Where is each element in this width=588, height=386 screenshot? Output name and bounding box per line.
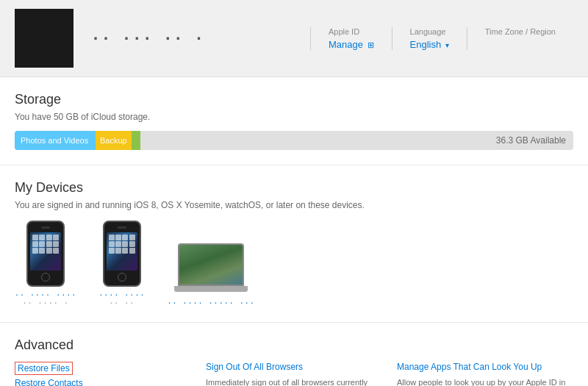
storage-section: Storage You have 50 GB of iCloud storage…: [0, 77, 588, 165]
manage-apps-title[interactable]: Manage Apps That Can Look You Up: [397, 362, 566, 372]
advanced-section: Advanced Restore Files Restore Contacts …: [0, 323, 588, 386]
manage-link[interactable]: Manage: [329, 39, 363, 50]
manage-apps-desc: Allow people to look you up by your Appl…: [397, 376, 566, 386]
language-value[interactable]: English ▾: [410, 39, 449, 50]
iphone-shape-0: [26, 221, 65, 287]
manage-icon: ⊞: [368, 40, 374, 49]
iphone-screen-0: [30, 232, 61, 271]
device-item-2[interactable]: ·· ···· ····· ···: [167, 243, 254, 307]
sign-out-browsers-title[interactable]: Sign Out Of All Browsers: [206, 362, 375, 372]
main-content: Storage You have 50 GB of iCloud storage…: [0, 77, 588, 386]
macbook-shape: [174, 243, 248, 295]
advanced-title: Advanced: [15, 337, 573, 353]
storage-available-label: 36.3 GB Available: [496, 135, 566, 146]
advanced-grid: Restore Files Restore Contacts Restore C…: [15, 362, 573, 386]
devices-subtitle: You are signed in and running iOS 8, OS …: [15, 200, 573, 210]
header: ·· ··· ·· · Apple ID Manage ⊞ Language E…: [0, 0, 588, 77]
sign-out-browsers-desc: Immediately sign out of all browsers cur…: [206, 376, 375, 386]
devices-section: My Devices You are signed in and running…: [0, 165, 588, 323]
avatar: [15, 9, 74, 68]
advanced-col-0: Restore Files Restore Contacts Restore C…: [15, 362, 191, 386]
macbook-screen-inner: [179, 245, 243, 285]
iphone-shape-1: [103, 221, 141, 287]
language-link[interactable]: English: [410, 39, 442, 50]
language-label: Language: [410, 27, 449, 36]
restore-files-link[interactable]: Restore Files: [15, 362, 73, 375]
advanced-col-1: Sign Out Of All Browsers Immediately sig…: [206, 362, 382, 386]
device-item-1[interactable]: ···· ···· ·· ··: [98, 221, 145, 307]
storage-backup-bar: Backup: [96, 131, 132, 150]
restore-contacts-link[interactable]: Restore Contacts: [15, 378, 184, 386]
language-dropdown-icon[interactable]: ▾: [445, 41, 449, 49]
apple-id-field: Apple ID Manage ⊞: [310, 27, 392, 50]
storage-subtitle: You have 50 GB of iCloud storage.: [15, 112, 573, 122]
iphone-icons-1: [107, 232, 137, 256]
macbook-screen: [178, 243, 244, 286]
device-item-0[interactable]: ·· ···· ···· ·· ···· ·: [15, 221, 76, 307]
storage-other-bar: [132, 131, 140, 150]
devices-row: ·· ···· ···· ·· ···· ·: [15, 221, 573, 307]
device-sub-1: ·· ··: [109, 299, 135, 307]
user-name-area: ·· ··· ·· ·: [91, 29, 204, 47]
storage-photos-bar: Photos and Videos: [15, 131, 96, 150]
macbook-base: [174, 286, 248, 292]
device-sub-0: ·· ···· ·: [23, 299, 69, 307]
device-name-1: ···· ····: [98, 291, 145, 299]
storage-bar: Photos and Videos Backup 36.3 GB Availab…: [15, 131, 573, 150]
storage-backup-label: Backup: [100, 136, 127, 145]
username-display: ·· ··· ·· ·: [91, 29, 204, 47]
timezone-field: Time Zone / Region: [467, 27, 573, 50]
device-image-2: [174, 243, 248, 295]
devices-title: My Devices: [15, 180, 573, 196]
storage-photos-label: Photos and Videos: [21, 136, 88, 145]
device-image-0: [26, 221, 65, 287]
header-fields: Apple ID Manage ⊞ Language English ▾ Tim…: [310, 27, 573, 50]
storage-available: 36.3 GB Available: [140, 131, 573, 150]
timezone-label: Time Zone / Region: [485, 27, 556, 36]
iphone-screen-1: [107, 232, 137, 271]
iphone-icons-0: [30, 232, 61, 256]
apple-id-label: Apple ID: [329, 27, 374, 36]
storage-title: Storage: [15, 92, 573, 107]
advanced-col-2: Manage Apps That Can Look You Up Allow p…: [397, 362, 573, 386]
apple-id-value: Manage ⊞: [329, 39, 374, 50]
language-field: Language English ▾: [392, 27, 467, 50]
device-name-2: ·· ···· ····· ···: [167, 299, 254, 307]
device-image-1: [103, 221, 141, 287]
device-name-0: ·· ···· ····: [15, 291, 76, 299]
